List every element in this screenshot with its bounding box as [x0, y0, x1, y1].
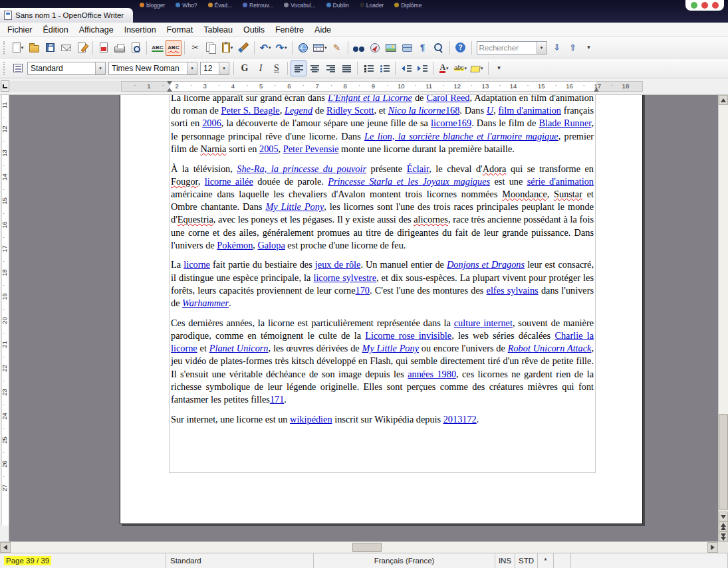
redo-button[interactable]: ↷▾: [273, 40, 289, 56]
menu-affichage[interactable]: Affichage: [74, 24, 119, 36]
scroll-up-button[interactable]: [719, 95, 728, 105]
align-center-button[interactable]: [306, 60, 322, 76]
text-link[interactable]: She-Ra, la princesse du pouvoir: [237, 163, 366, 174]
text-link[interactable]: L'Enfant et la Licorne: [328, 95, 412, 103]
text-link[interactable]: Galopa: [257, 240, 285, 250]
bookmark-vocabul-[interactable]: Vocabul...: [284, 2, 315, 9]
chevron-down-icon[interactable]: ▾: [95, 62, 105, 74]
selection-mode[interactable]: STD: [515, 553, 538, 568]
data-sources-button[interactable]: [399, 40, 415, 56]
text-link[interactable]: Nico la licorne: [388, 105, 445, 116]
text-link[interactable]: licorne169: [431, 118, 471, 128]
text-link[interactable]: licorne ailée: [205, 176, 253, 187]
search-combobox[interactable]: ▾: [477, 41, 547, 54]
text-link[interactable]: My Little Pony: [265, 201, 324, 212]
align-left-button[interactable]: [291, 60, 306, 76]
export-pdf-button[interactable]: [96, 40, 112, 56]
menu-insertion[interactable]: Insertion: [119, 24, 162, 36]
horizontal-ruler-scale[interactable]: 123456789101112131415161718·············…: [9, 78, 728, 94]
align-right-button[interactable]: [322, 60, 338, 76]
paragraph[interactable]: La licorne apparaît sur grand écran dans…: [171, 95, 594, 155]
toolbar-grip[interactable]: [3, 41, 7, 54]
italic-button[interactable]: I: [253, 60, 269, 76]
open-document-button[interactable]: [26, 40, 42, 56]
text-link[interactable]: U: [487, 105, 493, 116]
text-link[interactable]: elfes sylvains: [487, 285, 539, 296]
text-link[interactable]: 170: [356, 285, 370, 296]
numbered-list-button[interactable]: [360, 60, 376, 76]
text-link[interactable]: culture internet: [454, 318, 513, 328]
horizontal-scroll-thumb[interactable]: [352, 543, 382, 552]
text-link[interactable]: 2013172: [443, 414, 477, 425]
menu-format[interactable]: Format: [162, 24, 199, 36]
document-as-email-button[interactable]: [58, 40, 74, 56]
document-modified[interactable]: *: [538, 553, 554, 568]
next-page-button[interactable]: [719, 531, 728, 541]
font-color-button[interactable]: A▾: [436, 60, 452, 76]
menu-fichier[interactable]: Fichier: [2, 24, 38, 36]
copy-button[interactable]: [203, 40, 219, 56]
text-link[interactable]: wikipédien: [290, 414, 332, 425]
paragraph[interactable]: Ces dernières années, la licorne est par…: [171, 317, 594, 406]
document-page[interactable]: La licorne apparaît sur grand écran dans…: [120, 95, 643, 524]
scroll-left-button[interactable]: [0, 542, 11, 553]
text-link[interactable]: licorne sylvestre: [313, 272, 376, 283]
format-paintbrush-button[interactable]: [235, 40, 251, 56]
toolbar-options-button[interactable]: ▾: [581, 40, 597, 56]
document-area[interactable]: La licorne apparaît sur grand écran dans…: [9, 95, 718, 541]
insert-table-button[interactable]: ▾: [311, 40, 329, 56]
text-link[interactable]: 168: [445, 105, 459, 116]
bullet-list-button[interactable]: [376, 60, 392, 76]
text-link[interactable]: Carol Reed: [426, 95, 469, 103]
text-link[interactable]: Robot Unicorn Attack: [508, 343, 592, 353]
search-input[interactable]: [477, 44, 537, 52]
paste-button[interactable]: ▾: [219, 40, 235, 56]
bookmark-loader[interactable]: Loader: [360, 2, 384, 9]
menu-outils[interactable]: Outils: [238, 24, 270, 36]
styles-and-formatting-button[interactable]: [10, 60, 26, 76]
find-previous-button[interactable]: ⇧: [565, 40, 581, 56]
bookmark-blogger[interactable]: blogger: [140, 2, 165, 9]
navigator-button[interactable]: [367, 40, 383, 56]
bookmark-diplome[interactable]: Diplôme: [394, 2, 422, 9]
justify-button[interactable]: [338, 60, 354, 76]
draw-functions-button[interactable]: ✎: [329, 40, 345, 56]
menu-edition[interactable]: Édition: [38, 24, 74, 36]
close-button[interactable]: [712, 2, 719, 9]
bookmark-dublin[interactable]: Dublin: [326, 2, 349, 9]
text-link[interactable]: Peter S. Beagle: [221, 105, 280, 116]
text-link[interactable]: jeux de rôle: [315, 259, 361, 270]
zoom-button[interactable]: [431, 40, 447, 56]
decrease-indent-button[interactable]: [398, 60, 414, 76]
spellcheck-button[interactable]: ABC: [150, 40, 166, 56]
paragraph[interactable]: Sur internet, une licorne est un wikipéd…: [171, 413, 594, 426]
text-link[interactable]: Princesse Starla et les Joyaux magiques: [328, 176, 490, 187]
toolbar-options-button[interactable]: ▾: [491, 60, 507, 76]
edit-file-button[interactable]: [74, 40, 90, 56]
bookmark-retrouv-[interactable]: Retrouv...: [243, 2, 273, 9]
autospellcheck-button[interactable]: ABC: [166, 40, 182, 56]
text-link[interactable]: années 1980: [408, 369, 456, 379]
text-language[interactable]: Français (France): [314, 553, 495, 568]
save-document-button[interactable]: [42, 40, 58, 56]
horizontal-ruler[interactable]: 123456789101112131415161718·············…: [0, 78, 728, 95]
gallery-button[interactable]: [383, 40, 399, 56]
text-link[interactable]: 2005: [259, 143, 279, 154]
bookmark-evad-[interactable]: Évad...: [208, 2, 232, 9]
font-combobox[interactable]: Times New Roman▾: [108, 62, 197, 75]
text-link[interactable]: My Little Pony: [362, 343, 419, 353]
toolbar-grip[interactable]: [3, 62, 7, 75]
minimize-button[interactable]: [691, 2, 697, 9]
text-link[interactable]: film d'animation: [498, 105, 560, 116]
page-preview-button[interactable]: [128, 40, 144, 56]
help-button[interactable]: ?: [453, 40, 469, 56]
scroll-right-button[interactable]: [707, 542, 718, 553]
text-link[interactable]: Donjons et Dragons: [447, 259, 525, 270]
text-link[interactable]: Blade Runner: [539, 118, 591, 128]
text-body[interactable]: La licorne apparaît sur grand écran dans…: [169, 95, 596, 473]
text-link[interactable]: Le lion, la sorcière blanche et l'armoir…: [364, 131, 558, 142]
increase-indent-button[interactable]: [414, 60, 430, 76]
find-replace-button[interactable]: [351, 40, 367, 56]
paragraph[interactable]: À la télévision, She-Ra, la princesse du…: [171, 163, 594, 252]
vertical-ruler[interactable]: 1112131415161718192021222324252627······…: [0, 95, 9, 541]
